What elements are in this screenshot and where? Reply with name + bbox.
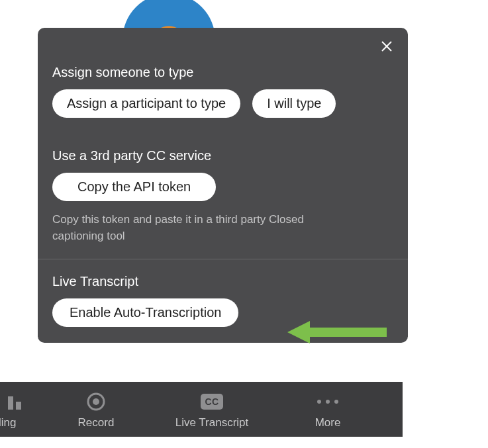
svg-point-8 xyxy=(326,400,330,404)
cc-icon: CC xyxy=(201,390,222,414)
divider xyxy=(38,259,408,259)
copy-token-row: Copy the API token xyxy=(52,173,393,201)
record-icon xyxy=(86,390,106,414)
toolbar-live-transcript-button[interactable]: CC Live Transcript xyxy=(146,382,278,437)
svg-point-6 xyxy=(93,398,99,405)
svg-point-7 xyxy=(317,400,321,404)
assign-button-row: Assign a participant to type I will type xyxy=(52,89,393,118)
closed-caption-popup: Assign someone to type Assign a particip… xyxy=(38,28,408,343)
toolbar-more-button[interactable]: More xyxy=(278,382,377,437)
polling-icon xyxy=(7,390,25,414)
toolbar-more-label: More xyxy=(315,416,341,429)
assign-heading: Assign someone to type xyxy=(52,65,393,80)
close-icon[interactable] xyxy=(377,37,396,56)
svg-point-9 xyxy=(334,400,338,404)
copy-token-helper-text: Copy this token and paste it in a third … xyxy=(52,212,337,244)
toolbar-polling-button[interactable]: ling xyxy=(0,382,46,437)
live-transcript-heading: Live Transcript xyxy=(52,274,393,289)
toolbar-live-transcript-label: Live Transcript xyxy=(175,416,249,429)
enable-auto-row: Enable Auto-Transcription xyxy=(52,298,393,327)
i-will-type-button[interactable]: I will type xyxy=(252,89,336,118)
svg-rect-4 xyxy=(16,402,21,410)
meeting-toolbar: ling Record CC Live Transcript More xyxy=(0,382,403,437)
third-party-heading: Use a 3rd party CC service xyxy=(52,148,393,163)
more-icon xyxy=(315,390,340,414)
toolbar-record-button[interactable]: Record xyxy=(46,382,146,437)
enable-auto-transcription-button[interactable]: Enable Auto-Transcription xyxy=(52,298,238,327)
assign-participant-button[interactable]: Assign a participant to type xyxy=(52,89,240,118)
copy-api-token-button[interactable]: Copy the API token xyxy=(52,173,216,201)
toolbar-record-label: Record xyxy=(78,416,115,429)
toolbar-polling-label: ling xyxy=(0,416,16,429)
svg-rect-3 xyxy=(8,396,13,410)
